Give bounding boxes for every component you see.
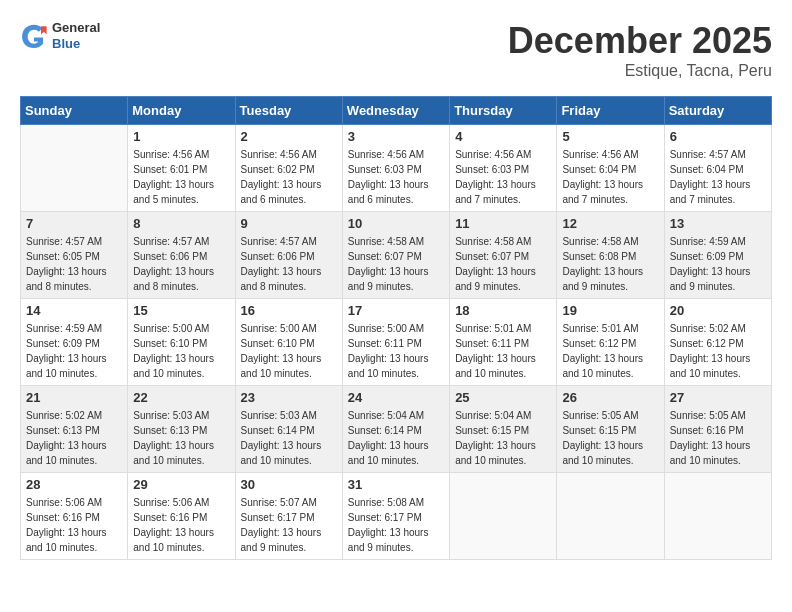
day-number: 11 — [455, 216, 551, 231]
table-row: 30Sunrise: 5:07 AMSunset: 6:17 PMDayligh… — [235, 473, 342, 560]
svg-marker-0 — [41, 26, 47, 34]
day-number: 18 — [455, 303, 551, 318]
table-row: 29Sunrise: 5:06 AMSunset: 6:16 PMDayligh… — [128, 473, 235, 560]
day-number: 4 — [455, 129, 551, 144]
calendar-week-row: 21Sunrise: 5:02 AMSunset: 6:13 PMDayligh… — [21, 386, 772, 473]
day-info: Sunrise: 5:02 AMSunset: 6:12 PMDaylight:… — [670, 321, 766, 381]
day-number: 2 — [241, 129, 337, 144]
logo: General Blue — [20, 20, 100, 51]
day-info: Sunrise: 4:57 AMSunset: 6:06 PMDaylight:… — [133, 234, 229, 294]
calendar-header-row: SundayMondayTuesdayWednesdayThursdayFrid… — [21, 97, 772, 125]
day-info: Sunrise: 5:01 AMSunset: 6:11 PMDaylight:… — [455, 321, 551, 381]
day-info: Sunrise: 4:59 AMSunset: 6:09 PMDaylight:… — [670, 234, 766, 294]
day-info: Sunrise: 5:07 AMSunset: 6:17 PMDaylight:… — [241, 495, 337, 555]
table-row: 18Sunrise: 5:01 AMSunset: 6:11 PMDayligh… — [450, 299, 557, 386]
day-number: 15 — [133, 303, 229, 318]
day-info: Sunrise: 4:56 AMSunset: 6:03 PMDaylight:… — [348, 147, 444, 207]
table-row: 4Sunrise: 4:56 AMSunset: 6:03 PMDaylight… — [450, 125, 557, 212]
day-number: 8 — [133, 216, 229, 231]
day-info: Sunrise: 5:03 AMSunset: 6:14 PMDaylight:… — [241, 408, 337, 468]
table-row: 7Sunrise: 4:57 AMSunset: 6:05 PMDaylight… — [21, 212, 128, 299]
logo-text: General Blue — [52, 20, 100, 51]
logo-icon — [20, 22, 48, 50]
day-number: 12 — [562, 216, 658, 231]
weekday-header-wednesday: Wednesday — [342, 97, 449, 125]
table-row: 22Sunrise: 5:03 AMSunset: 6:13 PMDayligh… — [128, 386, 235, 473]
table-row: 1Sunrise: 4:56 AMSunset: 6:01 PMDaylight… — [128, 125, 235, 212]
page-header: General Blue December 2025 Estique, Tacn… — [20, 20, 772, 80]
day-info: Sunrise: 5:06 AMSunset: 6:16 PMDaylight:… — [133, 495, 229, 555]
table-row: 9Sunrise: 4:57 AMSunset: 6:06 PMDaylight… — [235, 212, 342, 299]
table-row — [557, 473, 664, 560]
table-row: 10Sunrise: 4:58 AMSunset: 6:07 PMDayligh… — [342, 212, 449, 299]
table-row: 12Sunrise: 4:58 AMSunset: 6:08 PMDayligh… — [557, 212, 664, 299]
table-row: 31Sunrise: 5:08 AMSunset: 6:17 PMDayligh… — [342, 473, 449, 560]
day-info: Sunrise: 4:58 AMSunset: 6:07 PMDaylight:… — [455, 234, 551, 294]
day-info: Sunrise: 4:59 AMSunset: 6:09 PMDaylight:… — [26, 321, 122, 381]
day-number: 14 — [26, 303, 122, 318]
weekday-header-saturday: Saturday — [664, 97, 771, 125]
table-row: 3Sunrise: 4:56 AMSunset: 6:03 PMDaylight… — [342, 125, 449, 212]
table-row: 5Sunrise: 4:56 AMSunset: 6:04 PMDaylight… — [557, 125, 664, 212]
table-row: 17Sunrise: 5:00 AMSunset: 6:11 PMDayligh… — [342, 299, 449, 386]
day-number: 31 — [348, 477, 444, 492]
weekday-header-friday: Friday — [557, 97, 664, 125]
day-number: 27 — [670, 390, 766, 405]
day-info: Sunrise: 5:01 AMSunset: 6:12 PMDaylight:… — [562, 321, 658, 381]
day-number: 10 — [348, 216, 444, 231]
weekday-header-monday: Monday — [128, 97, 235, 125]
day-info: Sunrise: 4:58 AMSunset: 6:07 PMDaylight:… — [348, 234, 444, 294]
weekday-header-tuesday: Tuesday — [235, 97, 342, 125]
location: Estique, Tacna, Peru — [508, 62, 772, 80]
day-info: Sunrise: 4:57 AMSunset: 6:04 PMDaylight:… — [670, 147, 766, 207]
table-row: 15Sunrise: 5:00 AMSunset: 6:10 PMDayligh… — [128, 299, 235, 386]
calendar-week-row: 1Sunrise: 4:56 AMSunset: 6:01 PMDaylight… — [21, 125, 772, 212]
table-row: 27Sunrise: 5:05 AMSunset: 6:16 PMDayligh… — [664, 386, 771, 473]
day-info: Sunrise: 4:56 AMSunset: 6:04 PMDaylight:… — [562, 147, 658, 207]
weekday-header-sunday: Sunday — [21, 97, 128, 125]
day-info: Sunrise: 4:57 AMSunset: 6:05 PMDaylight:… — [26, 234, 122, 294]
day-info: Sunrise: 5:00 AMSunset: 6:11 PMDaylight:… — [348, 321, 444, 381]
day-number: 21 — [26, 390, 122, 405]
day-number: 28 — [26, 477, 122, 492]
table-row: 8Sunrise: 4:57 AMSunset: 6:06 PMDaylight… — [128, 212, 235, 299]
table-row: 13Sunrise: 4:59 AMSunset: 6:09 PMDayligh… — [664, 212, 771, 299]
day-info: Sunrise: 5:06 AMSunset: 6:16 PMDaylight:… — [26, 495, 122, 555]
table-row: 11Sunrise: 4:58 AMSunset: 6:07 PMDayligh… — [450, 212, 557, 299]
day-info: Sunrise: 5:04 AMSunset: 6:15 PMDaylight:… — [455, 408, 551, 468]
day-info: Sunrise: 4:57 AMSunset: 6:06 PMDaylight:… — [241, 234, 337, 294]
day-number: 29 — [133, 477, 229, 492]
table-row: 20Sunrise: 5:02 AMSunset: 6:12 PMDayligh… — [664, 299, 771, 386]
day-number: 6 — [670, 129, 766, 144]
day-info: Sunrise: 4:56 AMSunset: 6:03 PMDaylight:… — [455, 147, 551, 207]
day-number: 7 — [26, 216, 122, 231]
table-row: 19Sunrise: 5:01 AMSunset: 6:12 PMDayligh… — [557, 299, 664, 386]
day-info: Sunrise: 5:04 AMSunset: 6:14 PMDaylight:… — [348, 408, 444, 468]
day-info: Sunrise: 4:58 AMSunset: 6:08 PMDaylight:… — [562, 234, 658, 294]
day-number: 25 — [455, 390, 551, 405]
table-row: 2Sunrise: 4:56 AMSunset: 6:02 PMDaylight… — [235, 125, 342, 212]
day-info: Sunrise: 5:03 AMSunset: 6:13 PMDaylight:… — [133, 408, 229, 468]
table-row: 23Sunrise: 5:03 AMSunset: 6:14 PMDayligh… — [235, 386, 342, 473]
day-number: 20 — [670, 303, 766, 318]
table-row: 16Sunrise: 5:00 AMSunset: 6:10 PMDayligh… — [235, 299, 342, 386]
calendar-week-row: 14Sunrise: 4:59 AMSunset: 6:09 PMDayligh… — [21, 299, 772, 386]
day-number: 26 — [562, 390, 658, 405]
day-info: Sunrise: 5:05 AMSunset: 6:16 PMDaylight:… — [670, 408, 766, 468]
table-row: 26Sunrise: 5:05 AMSunset: 6:15 PMDayligh… — [557, 386, 664, 473]
day-info: Sunrise: 5:08 AMSunset: 6:17 PMDaylight:… — [348, 495, 444, 555]
day-info: Sunrise: 5:00 AMSunset: 6:10 PMDaylight:… — [241, 321, 337, 381]
day-number: 17 — [348, 303, 444, 318]
day-info: Sunrise: 5:02 AMSunset: 6:13 PMDaylight:… — [26, 408, 122, 468]
day-number: 19 — [562, 303, 658, 318]
table-row: 25Sunrise: 5:04 AMSunset: 6:15 PMDayligh… — [450, 386, 557, 473]
table-row: 6Sunrise: 4:57 AMSunset: 6:04 PMDaylight… — [664, 125, 771, 212]
day-number: 30 — [241, 477, 337, 492]
day-number: 22 — [133, 390, 229, 405]
table-row: 21Sunrise: 5:02 AMSunset: 6:13 PMDayligh… — [21, 386, 128, 473]
day-number: 1 — [133, 129, 229, 144]
calendar-week-row: 28Sunrise: 5:06 AMSunset: 6:16 PMDayligh… — [21, 473, 772, 560]
table-row — [450, 473, 557, 560]
day-info: Sunrise: 4:56 AMSunset: 6:01 PMDaylight:… — [133, 147, 229, 207]
day-number: 23 — [241, 390, 337, 405]
